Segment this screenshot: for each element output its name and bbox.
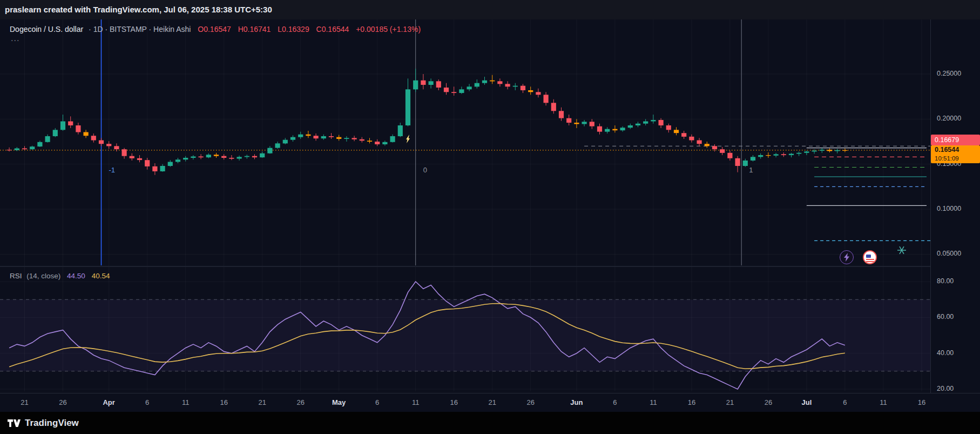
flag-stripe: [866, 261, 874, 262]
rsi-band: [0, 299, 930, 371]
time-axis-tick: 6: [367, 393, 388, 412]
anchor-vline-label: 1: [749, 166, 753, 174]
price-label-red: 0.16679: [931, 135, 980, 145]
time-axis-tick: 26: [520, 393, 542, 412]
rsi-axis-label: 40.00: [937, 349, 954, 357]
time-axis[interactable]: 2126Apr611162126May611162126Jun611162126…: [0, 393, 980, 412]
symbol-legend[interactable]: Dogecoin / U.S. dollar · 1D · BITSTAMP ·…: [10, 25, 421, 34]
rsi-axis-label: 20.00: [937, 385, 954, 392]
attribution-text: praslearn created with TradingView.com, …: [5, 5, 272, 14]
time-axis-tick: 16: [911, 393, 932, 412]
time-axis-tick: Jul: [796, 393, 817, 412]
sparkle-icon: [897, 246, 906, 254]
tradingview-logo-icon[interactable]: [6, 418, 21, 429]
symbol-meta: · 1D · BITSTAMP · Heikin Ashi: [89, 25, 191, 34]
anchor-vline-label: -1: [109, 166, 116, 174]
time-axis-tick: 6: [604, 393, 626, 412]
time-axis-tick: 21: [719, 393, 741, 412]
time-axis-tick: May: [328, 393, 350, 412]
ohlc-close: C0.16544: [316, 25, 349, 34]
anchor-vline-label: 0: [423, 166, 427, 174]
price-axis[interactable]: 0.250000.200000.150000.100000.0500080.00…: [930, 19, 980, 393]
time-axis-tick: 6: [834, 393, 856, 412]
time-axis-tick: 6: [137, 393, 158, 412]
current-price-value: 0.16544: [935, 145, 980, 155]
price-axis-label: 0.05000: [937, 250, 961, 257]
time-axis-tick: 16: [443, 393, 465, 412]
chart-plot-canvas[interactable]: -101: [0, 19, 930, 393]
rsi-params: (14, close): [26, 272, 60, 280]
lightning-icon: [843, 253, 850, 262]
price-change: +0.00185 (+1.13%): [356, 25, 421, 34]
bar-countdown: 10:51:09: [935, 155, 980, 163]
red-badge-value: 0.16679: [935, 136, 959, 144]
price-axis-label: 0.20000: [937, 115, 961, 122]
price-axis-label: 0.10000: [937, 205, 961, 212]
time-axis-tick: 26: [758, 393, 779, 412]
tradingview-brand-link[interactable]: TradingView: [25, 418, 79, 429]
time-axis-tick: 21: [482, 393, 503, 412]
current-price-label: 0.16544 10:51:09: [931, 145, 980, 163]
time-axis-tick: 11: [405, 393, 427, 412]
time-axis-tick: 16: [681, 393, 702, 412]
time-axis-tick: 11: [873, 393, 894, 412]
time-axis-tick: 16: [213, 393, 235, 412]
flag-button[interactable]: [863, 250, 877, 264]
ohlc-high: H0.16741: [238, 25, 271, 34]
rsi-axis-label: 80.00: [937, 277, 954, 285]
boost-lightning-button[interactable]: [840, 250, 854, 264]
rsi-axis-label: 60.00: [937, 313, 954, 321]
ohlc-low: L0.16329: [278, 25, 309, 34]
time-axis-tick: 11: [643, 393, 664, 412]
footer-bar: TradingView: [0, 412, 980, 434]
time-axis-tick: Apr: [98, 393, 120, 412]
ohlc-open: O0.16547: [198, 25, 231, 34]
flag-stripe: [866, 259, 874, 260]
symbol-name[interactable]: Dogecoin / U.S. dollar: [10, 25, 83, 34]
tradingview-chart-window: praslearn created with TradingView.com, …: [0, 0, 980, 434]
time-axis-tick: 26: [290, 393, 312, 412]
legend-more-button[interactable]: ...: [11, 34, 19, 43]
time-axis-tick: 26: [52, 393, 74, 412]
rsi-title[interactable]: RSI: [10, 272, 22, 280]
time-axis-tick: Jun: [566, 393, 587, 412]
rsi-value: 44.50: [67, 272, 85, 280]
rsi-legend[interactable]: RSI (14, close) 44.50 40.54: [10, 272, 110, 280]
lightning-marker: [406, 135, 410, 143]
time-axis-tick: 11: [175, 393, 197, 412]
price-axis-label: 0.25000: [937, 70, 961, 77]
flag-icon: [866, 255, 871, 258]
attribution-bar: praslearn created with TradingView.com, …: [0, 0, 980, 19]
rsi-ma-value: 40.54: [92, 272, 110, 280]
time-axis-tick: 21: [14, 393, 36, 412]
time-axis-tick: 21: [252, 393, 273, 412]
